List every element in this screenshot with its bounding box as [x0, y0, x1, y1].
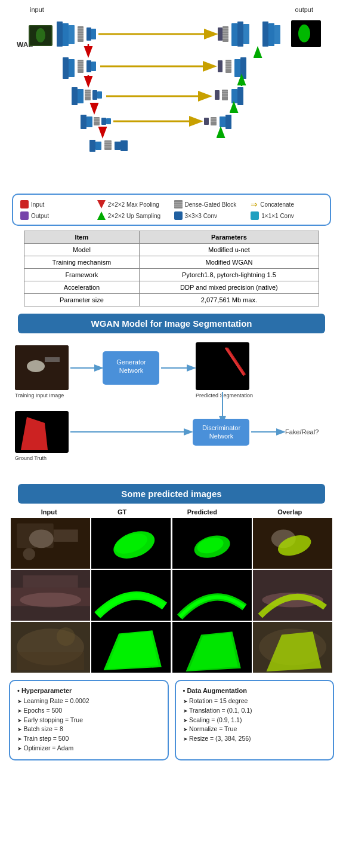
- pred-row2-input: [11, 570, 90, 621]
- svg-rect-96: [20, 200, 29, 208]
- augmentation-item: Resize = (3, 384, 256): [183, 734, 326, 744]
- pred-row1-gt: [91, 518, 171, 569]
- svg-rect-24: [231, 23, 237, 46]
- svg-rect-72: [81, 115, 86, 129]
- col-predicted: Predicted: [187, 508, 217, 516]
- svg-rect-17: [218, 27, 223, 41]
- svg-point-108: [27, 360, 45, 372]
- hyperparams-box: • Hyperparameter Learning Rate = 0.0002E…: [9, 680, 169, 760]
- architecture-section: input output WAE: [0, 0, 343, 191]
- svg-rect-26: [243, 24, 249, 44]
- svg-rect-154: [17, 652, 84, 670]
- pred-row3-overlap: [253, 622, 332, 673]
- svg-rect-63: [215, 90, 220, 100]
- svg-text:Network: Network: [209, 433, 234, 440]
- svg-rect-68: [231, 89, 237, 103]
- svg-rect-5: [57, 22, 63, 47]
- svg-rect-51: [240, 57, 246, 79]
- svg-rect-90: [104, 140, 112, 150]
- table-cell: 2,077,561 Mb max.: [139, 294, 319, 306]
- svg-rect-60: [92, 90, 97, 100]
- svg-rect-61: [97, 91, 102, 99]
- hyperparam-item: Epochs = 500: [17, 706, 160, 716]
- input-label: input: [30, 6, 44, 13]
- table-cell: Training mechanism: [24, 256, 140, 269]
- legend-densegated: Dense-Gated Block: [174, 200, 246, 209]
- svg-rect-89: [95, 142, 101, 150]
- svg-point-28: [298, 24, 310, 42]
- svg-rect-15: [91, 29, 96, 39]
- predicted-grid: [11, 518, 332, 673]
- legend-output: Output: [20, 211, 92, 220]
- svg-rect-88: [89, 140, 95, 152]
- augmentation-item: Rotation = 15 degree: [183, 697, 326, 706]
- svg-text:Predicted Segmentation: Predicted Segmentation: [196, 392, 253, 398]
- legend-maxpool: 2×2×2 Max Pooling: [97, 200, 169, 209]
- predicted-title: Some predicted images: [18, 484, 325, 504]
- legend-conv333: 3×3×3 Conv: [174, 211, 246, 220]
- svg-rect-25: [237, 22, 243, 47]
- svg-rect-69: [237, 87, 243, 105]
- svg-rect-44: [218, 60, 223, 72]
- svg-rect-31: [274, 25, 280, 44]
- augmentation-box: • Data Augmentation Rotation = 15 degree…: [175, 680, 335, 760]
- arch-labels: input output: [12, 6, 331, 13]
- legend-conv111: 1×1×1 Conv: [251, 211, 323, 220]
- wgan-title: WGAN Model for Image Segmentation: [18, 314, 325, 333]
- table-cell: Pytorch1.8, pytorch-lightning 1.5: [139, 269, 319, 281]
- table-cell: Acceleration: [24, 281, 140, 294]
- wgan-svg: Training Input Image Generator Network P…: [12, 339, 331, 477]
- svg-rect-41: [86, 60, 91, 72]
- svg-rect-105: [251, 211, 259, 220]
- svg-rect-84: [220, 116, 225, 127]
- svg-rect-104: [174, 211, 183, 220]
- hyperparam-item: Early stopping = True: [17, 716, 160, 725]
- svg-rect-50: [234, 59, 240, 77]
- augmentation-title: • Data Augmentation: [183, 687, 326, 694]
- pred-row2-gt: [91, 570, 171, 621]
- svg-rect-116: [196, 342, 249, 390]
- hyperparam-item: Learning Rate = 0.0002: [17, 697, 160, 706]
- svg-text:Network: Network: [119, 367, 144, 374]
- svg-point-134: [23, 548, 36, 560]
- augmentation-item: Scaling = (0.9, 1.1): [183, 716, 326, 725]
- col-input: Input: [41, 508, 57, 516]
- svg-text:Fake/Real?: Fake/Real?: [285, 428, 319, 435]
- svg-rect-42: [91, 62, 96, 71]
- pred-row2-predicted: [172, 570, 252, 621]
- params-table-section: Item Parameters ModelModified u-netTrain…: [24, 231, 319, 306]
- svg-rect-102: [20, 211, 29, 220]
- pred-row1-input: [11, 518, 90, 569]
- table-cell: Modified WGAN: [139, 256, 319, 269]
- legend-input: Input: [20, 200, 92, 209]
- params-table: Item Parameters ModelModified u-netTrain…: [24, 231, 319, 306]
- hyperparams-title: • Hyperparameter: [17, 687, 160, 694]
- svg-rect-35: [69, 59, 75, 77]
- svg-text:Ground Truth: Ground Truth: [15, 455, 47, 461]
- svg-rect-30: [268, 23, 274, 46]
- hyperparams-list: Learning Rate = 0.0002Epochs = 500Early …: [17, 697, 160, 753]
- augmentation-item: Normalize = True: [183, 725, 326, 734]
- col-overlap: Overlap: [277, 508, 302, 516]
- pred-row2-overlap: [253, 570, 332, 621]
- svg-text:Generator: Generator: [116, 358, 146, 366]
- svg-point-132: [29, 529, 54, 548]
- svg-rect-78: [106, 118, 111, 124]
- svg-rect-55: [78, 89, 84, 103]
- svg-marker-97: [97, 200, 106, 208]
- col-header-item: Item: [24, 231, 140, 244]
- svg-rect-77: [101, 118, 106, 125]
- pred-row3-predicted: [172, 622, 252, 673]
- pred-row1-overlap: [253, 518, 332, 569]
- svg-rect-14: [86, 27, 91, 41]
- output-label: output: [295, 6, 313, 13]
- svg-rect-133: [54, 529, 78, 542]
- svg-rect-80: [204, 118, 209, 125]
- svg-point-155: [57, 627, 75, 646]
- svg-rect-6: [63, 23, 69, 46]
- augmentation-item: Translation = (0.1, 0.1): [183, 706, 326, 716]
- svg-rect-73: [86, 116, 92, 127]
- hyperparam-item: Batch size = 8: [17, 725, 160, 734]
- table-cell: Model: [24, 244, 140, 256]
- svg-point-146: [20, 593, 81, 608]
